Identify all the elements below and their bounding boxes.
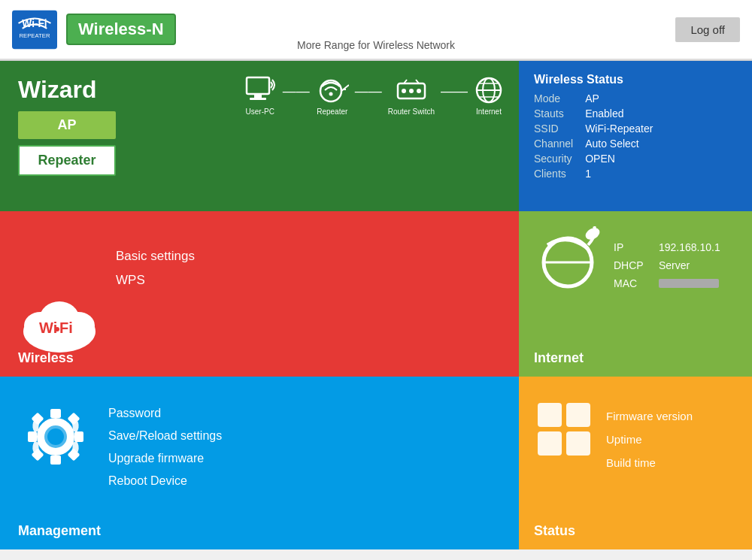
wireless-status-panel: Wireless Status Mode AP Stauts Enabled S…	[519, 61, 752, 211]
svg-rect-35	[50, 456, 61, 465]
status-value-stauts: Enabled	[585, 107, 737, 120]
ie-icon	[534, 226, 602, 294]
internet-info: IP 192.168.10.1 DHCP Server MAC	[614, 226, 720, 289]
upgrade-firmware-link[interactable]: Upgrade firmware	[108, 452, 222, 465]
status-value-mode: AP	[585, 92, 737, 104]
internet-row-dhcp: DHCP Server	[614, 259, 720, 271]
wireless-panel: Wi Fi Basic settings WPS Wireless	[0, 211, 519, 377]
wizard-repeater-button[interactable]: Repeater	[18, 145, 116, 176]
password-link[interactable]: Password	[108, 407, 222, 420]
basic-settings-link[interactable]: Basic settings	[116, 249, 195, 264]
wireless-n-badge: Wireless-N	[66, 14, 176, 45]
userpc-icon	[244, 76, 277, 104]
svg-rect-37	[74, 431, 83, 442]
status-label-stauts: Stauts	[534, 107, 573, 120]
wizard-diagram: User-PC —— Repeater ——	[244, 76, 504, 116]
status-label-clients: Clients	[534, 168, 573, 180]
internet-label: Internet	[534, 350, 584, 366]
management-label: Management	[18, 523, 101, 539]
svg-rect-43	[566, 403, 590, 427]
arrow-3: ——	[441, 83, 468, 99]
diagram-repeater: Repeater	[316, 76, 349, 116]
router-icon	[395, 76, 428, 104]
status-bottom-label: Status	[534, 523, 575, 539]
arrow-1: ——	[283, 83, 310, 99]
svg-rect-5	[250, 98, 266, 100]
svg-rect-45	[566, 431, 590, 456]
wizard-panel: Wizard AP Repeater User-PC ——	[0, 61, 519, 211]
diagram-internet: Internet	[474, 76, 504, 116]
status-value-clients: 1	[585, 168, 737, 180]
status-value-security: OPEN	[585, 153, 737, 165]
svg-text:Fi: Fi	[59, 319, 73, 336]
status-links: Firmware version Uptime Build time	[606, 392, 693, 469]
arrow-2: ——	[355, 83, 382, 99]
internet-icon-area	[534, 226, 602, 294]
gear-icon-area	[18, 392, 93, 474]
status-label-channel: Channel	[534, 138, 573, 150]
gear-icon	[18, 399, 93, 474]
windows-icon	[534, 399, 594, 459]
svg-text:Wi: Wi	[39, 319, 57, 336]
internet-globe-icon	[474, 76, 504, 104]
wizard-buttons: AP Repeater	[18, 111, 116, 176]
ip-value: 192.168.10.1	[659, 241, 720, 253]
diagram-userpc: User-PC	[244, 76, 277, 116]
svg-point-7	[329, 92, 332, 96]
uptime-link[interactable]: Uptime	[606, 433, 693, 446]
logoff-button[interactable]: Log off	[675, 17, 740, 42]
status-label-ssid: SSID	[534, 123, 573, 135]
status-label-mode: Mode	[534, 92, 573, 104]
build-time-link[interactable]: Build time	[606, 456, 693, 469]
wifi-logo: Wi-Fi REPEATER	[12, 9, 57, 50]
mac-label: MAC	[614, 277, 644, 289]
wireless-label: Wireless	[18, 350, 74, 366]
svg-point-33	[47, 428, 64, 445]
svg-point-12	[409, 89, 414, 93]
ip-label: IP	[614, 241, 644, 253]
wireless-links: Basic settings WPS	[116, 226, 195, 288]
dhcp-label: DHCP	[614, 259, 644, 271]
wps-link[interactable]: WPS	[116, 273, 195, 288]
mac-value-bar	[659, 279, 719, 288]
svg-rect-0	[12, 10, 57, 48]
svg-rect-44	[538, 431, 562, 456]
main-grid: Wizard AP Repeater User-PC ——	[0, 61, 752, 549]
svg-point-27	[55, 327, 59, 331]
repeater-icon	[316, 76, 349, 104]
save-reload-link[interactable]: Save/Reload settings	[108, 429, 222, 443]
internet-row-ip: IP 192.168.10.1	[614, 241, 720, 253]
internet-panel: IP 192.168.10.1 DHCP Server MAC Internet	[519, 211, 752, 377]
firmware-version-link[interactable]: Firmware version	[606, 410, 693, 422]
header-tagline: More Range for Wireless Network	[297, 39, 455, 51]
svg-rect-47	[534, 427, 594, 431]
header-left: Wi-Fi REPEATER Wireless-N	[12, 9, 176, 50]
reboot-device-link[interactable]: Reboot Device	[108, 474, 222, 488]
status-value-ssid: WiFi-Repeater	[585, 123, 737, 135]
management-links: Password Save/Reload settings Upgrade fi…	[108, 392, 222, 488]
internet-row-mac: MAC	[614, 277, 720, 289]
svg-rect-34	[50, 409, 61, 418]
header: Wi-Fi REPEATER Wireless-N More Range for…	[0, 0, 752, 60]
status-label-security: Security	[534, 153, 573, 165]
management-panel: Password Save/Reload settings Upgrade fi…	[0, 377, 519, 549]
svg-rect-4	[254, 94, 262, 98]
svg-rect-42	[538, 403, 562, 427]
diagram-router: Router Switch	[388, 76, 435, 116]
wifi-repeater-logo-icon: Wi-Fi REPEATER	[12, 9, 57, 50]
windows-icon-area	[534, 392, 594, 459]
svg-point-11	[402, 89, 406, 93]
status-bottom-panel: Firmware version Uptime Build time Statu…	[519, 377, 752, 549]
svg-rect-36	[28, 431, 37, 442]
dhcp-value: Server	[659, 259, 690, 271]
status-value-channel: Auto Select	[585, 138, 737, 150]
svg-text:REPEATER: REPEATER	[20, 32, 50, 38]
svg-point-13	[417, 89, 421, 93]
wireless-icon-area: Wi Fi	[18, 226, 101, 362]
wireless-status-title: Wireless Status	[534, 73, 737, 86]
wireless-status-table: Mode AP Stauts Enabled SSID WiFi-Repeate…	[534, 92, 737, 180]
wizard-ap-button[interactable]: AP	[18, 111, 116, 139]
svg-rect-3	[247, 77, 269, 94]
